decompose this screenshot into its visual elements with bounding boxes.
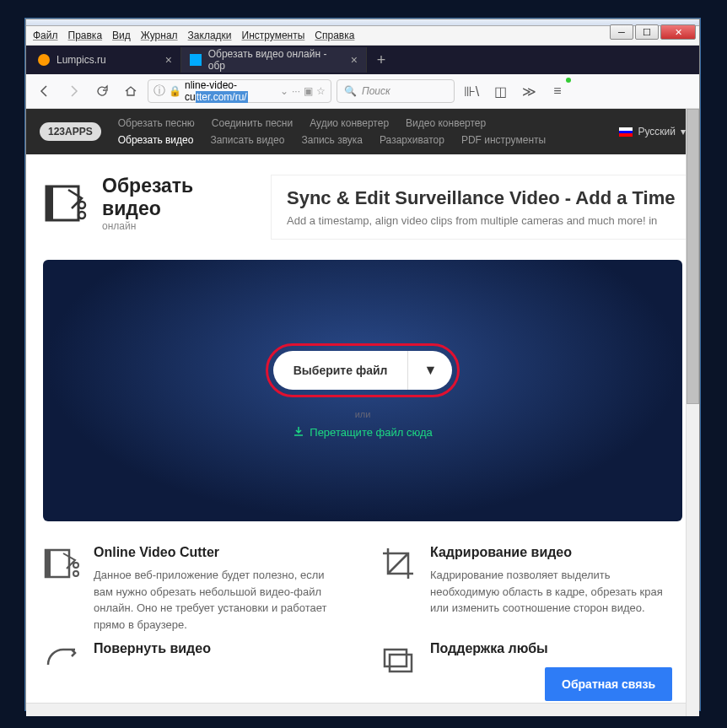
overflow-icon[interactable]: ≫ (517, 79, 541, 103)
page-title: Обрезать видео (102, 175, 245, 220)
nav-link[interactable]: Соединить песни (212, 117, 293, 129)
crop-icon (380, 545, 417, 582)
nav-link[interactable]: Разархиватор (380, 134, 444, 146)
feedback-button[interactable]: Обратная связь (545, 667, 672, 701)
language-selector[interactable]: Русский ▾ (619, 126, 686, 138)
dropdown-icon[interactable]: ⌄ (280, 85, 288, 97)
file-button-label: Выберите файл (273, 364, 408, 377)
search-placeholder: Поиск (362, 85, 390, 97)
upload-zone[interactable]: Выберите файл ▼ или Перетащите файл сюда (43, 260, 682, 521)
scrollbar-thumb[interactable] (687, 109, 699, 404)
toolbar: ⓘ 🔒 nline-video-cutter.com/ru/ ⌄ ··· ▣ ☆… (26, 74, 699, 109)
maximize-button[interactable]: ☐ (635, 24, 659, 40)
favicon-icon (38, 54, 50, 66)
feature-title: Online Video Cutter (94, 545, 346, 560)
close-window-button[interactable]: ✕ (660, 24, 696, 40)
highlight-annotation: Выберите файл ▼ (266, 343, 460, 397)
menu-icon[interactable]: ≡ (546, 79, 569, 103)
svg-rect-3 (46, 550, 51, 577)
menu-tools[interactable]: Инструменты (242, 30, 305, 41)
download-icon (293, 426, 304, 438)
nav-link[interactable]: Записать видео (210, 134, 284, 146)
reader-icon[interactable]: ▣ (304, 85, 313, 97)
site-logo[interactable]: 123APPS (40, 122, 101, 141)
cutter-icon (43, 545, 80, 582)
nav-link[interactable]: Аудио конвертер (310, 117, 389, 129)
menu-edit[interactable]: Правка (68, 30, 103, 41)
menu-view[interactable]: Вид (112, 30, 131, 41)
tab-label: Обрезать видео онлайн - обр (208, 48, 344, 72)
forward-button[interactable] (62, 79, 85, 103)
sidebar-icon[interactable]: ◫ (488, 79, 512, 103)
ad-text: Add a timestamp, align video clips from … (287, 214, 676, 227)
close-tab-icon[interactable]: × (351, 53, 358, 67)
home-button[interactable] (119, 79, 143, 103)
close-tab-icon[interactable]: × (165, 53, 172, 67)
nav-link-active[interactable]: Обрезать видео (118, 134, 194, 146)
more-icon[interactable]: ··· (292, 85, 300, 97)
minimize-button[interactable]: ─ (610, 24, 633, 40)
flag-icon (619, 127, 633, 137)
page-content: 123APPS Обрезать песню Соединить песни А… (26, 109, 699, 716)
reload-button[interactable] (90, 79, 114, 103)
site-nav: 123APPS Обрезать песню Соединить песни А… (26, 109, 699, 154)
menu-bookmarks[interactable]: Закладки (188, 30, 232, 41)
nav-link[interactable]: Видео конвертер (406, 117, 486, 129)
search-bar[interactable]: 🔍 Поиск (337, 79, 455, 103)
back-button[interactable] (33, 79, 57, 103)
search-icon: 🔍 (344, 85, 357, 97)
file-select-button[interactable]: Выберите файл ▼ (273, 351, 453, 390)
rotate-icon (43, 641, 80, 678)
ad-title: Sync & Edit Surveillance Video - Add a T… (287, 187, 676, 209)
menu-help[interactable]: Справка (315, 30, 354, 41)
ad-banner[interactable]: Sync & Edit Surveillance Video - Add a T… (271, 175, 692, 240)
or-label: или (355, 409, 371, 419)
lock-icon: 🔒 (169, 85, 181, 97)
menu-history[interactable]: Журнал (141, 30, 178, 41)
nav-link[interactable]: Запись звука (301, 134, 363, 146)
url-text: nline-video-cutter.com/ru/ (185, 79, 277, 103)
horizontal-scrollbar[interactable] (26, 703, 686, 716)
svg-rect-4 (385, 650, 407, 666)
favicon-icon (190, 54, 202, 66)
tab-bar: Lumpics.ru × Обрезать видео онлайн - обр… (26, 46, 699, 74)
library-icon[interactable]: ⊪\ (460, 79, 483, 103)
vertical-scrollbar[interactable] (686, 109, 699, 716)
feature-text: Кадрирование позволяет выделить необходи… (430, 567, 682, 617)
video-cut-icon (43, 180, 90, 227)
drag-hint: Перетащите файл сюда (293, 426, 432, 439)
feature-title: Поддержка любы (430, 641, 548, 656)
menu-file[interactable]: Файл (33, 30, 58, 41)
page-subtitle: онлайн (102, 220, 245, 232)
svg-rect-1 (46, 186, 53, 220)
file-button-dropdown[interactable]: ▼ (407, 351, 452, 390)
bookmark-icon[interactable]: ☆ (316, 85, 326, 97)
nav-link[interactable]: Обрезать песню (118, 117, 195, 129)
url-bar[interactable]: ⓘ 🔒 nline-video-cutter.com/ru/ ⌄ ··· ▣ ☆ (148, 79, 331, 103)
tab-1[interactable]: Lumpics.ru × (30, 47, 181, 73)
new-tab-button[interactable]: + (370, 49, 392, 71)
nav-link[interactable]: PDF инструменты (461, 134, 546, 146)
info-icon[interactable]: ⓘ (153, 84, 165, 99)
svg-rect-5 (390, 655, 412, 671)
formats-icon (380, 641, 417, 678)
menu-bar: Файл Правка Вид Журнал Закладки Инструме… (26, 26, 699, 46)
feature-text: Данное веб-приложение будет полезно, есл… (94, 567, 346, 633)
feature-title: Повернуть видео (94, 641, 211, 656)
tab-label: Lumpics.ru (57, 54, 106, 66)
tab-2[interactable]: Обрезать видео онлайн - обр × (181, 47, 367, 73)
feature-title: Кадрирование видео (430, 545, 682, 560)
